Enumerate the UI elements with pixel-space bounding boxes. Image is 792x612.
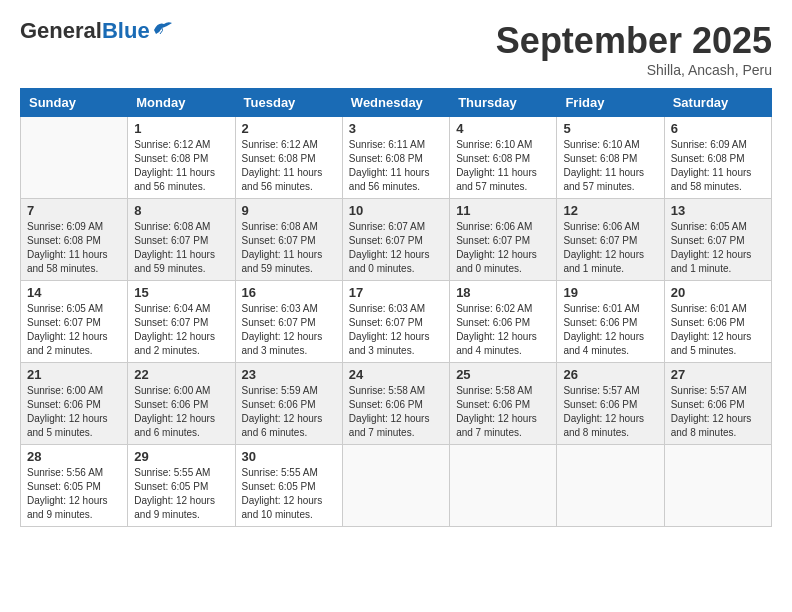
calendar-cell: 20Sunrise: 6:01 AMSunset: 6:06 PMDayligh… xyxy=(664,281,771,363)
calendar-cell: 28Sunrise: 5:56 AMSunset: 6:05 PMDayligh… xyxy=(21,445,128,527)
day-number: 23 xyxy=(242,367,336,382)
day-number: 30 xyxy=(242,449,336,464)
day-info: Sunrise: 6:12 AMSunset: 6:08 PMDaylight:… xyxy=(134,138,228,194)
calendar-cell: 15Sunrise: 6:04 AMSunset: 6:07 PMDayligh… xyxy=(128,281,235,363)
day-info: Sunrise: 5:57 AMSunset: 6:06 PMDaylight:… xyxy=(671,384,765,440)
calendar-cell: 18Sunrise: 6:02 AMSunset: 6:06 PMDayligh… xyxy=(450,281,557,363)
calendar-cell: 4Sunrise: 6:10 AMSunset: 6:08 PMDaylight… xyxy=(450,117,557,199)
day-info: Sunrise: 6:00 AMSunset: 6:06 PMDaylight:… xyxy=(27,384,121,440)
location: Shilla, Ancash, Peru xyxy=(496,62,772,78)
calendar-week-row: 21Sunrise: 6:00 AMSunset: 6:06 PMDayligh… xyxy=(21,363,772,445)
day-number: 26 xyxy=(563,367,657,382)
day-number: 27 xyxy=(671,367,765,382)
day-number: 15 xyxy=(134,285,228,300)
weekday-header: Sunday xyxy=(21,89,128,117)
day-info: Sunrise: 6:05 AMSunset: 6:07 PMDaylight:… xyxy=(27,302,121,358)
calendar-cell: 10Sunrise: 6:07 AMSunset: 6:07 PMDayligh… xyxy=(342,199,449,281)
weekday-header: Tuesday xyxy=(235,89,342,117)
calendar-cell: 13Sunrise: 6:05 AMSunset: 6:07 PMDayligh… xyxy=(664,199,771,281)
day-info: Sunrise: 6:09 AMSunset: 6:08 PMDaylight:… xyxy=(27,220,121,276)
day-number: 10 xyxy=(349,203,443,218)
day-number: 18 xyxy=(456,285,550,300)
calendar-week-row: 7Sunrise: 6:09 AMSunset: 6:08 PMDaylight… xyxy=(21,199,772,281)
calendar-cell: 26Sunrise: 5:57 AMSunset: 6:06 PMDayligh… xyxy=(557,363,664,445)
day-info: Sunrise: 6:07 AMSunset: 6:07 PMDaylight:… xyxy=(349,220,443,276)
day-number: 17 xyxy=(349,285,443,300)
calendar-cell: 9Sunrise: 6:08 AMSunset: 6:07 PMDaylight… xyxy=(235,199,342,281)
day-number: 29 xyxy=(134,449,228,464)
day-info: Sunrise: 6:08 AMSunset: 6:07 PMDaylight:… xyxy=(242,220,336,276)
day-info: Sunrise: 6:11 AMSunset: 6:08 PMDaylight:… xyxy=(349,138,443,194)
calendar-cell: 14Sunrise: 6:05 AMSunset: 6:07 PMDayligh… xyxy=(21,281,128,363)
day-number: 7 xyxy=(27,203,121,218)
calendar-cell: 11Sunrise: 6:06 AMSunset: 6:07 PMDayligh… xyxy=(450,199,557,281)
calendar-cell: 21Sunrise: 6:00 AMSunset: 6:06 PMDayligh… xyxy=(21,363,128,445)
calendar-cell xyxy=(450,445,557,527)
day-info: Sunrise: 5:56 AMSunset: 6:05 PMDaylight:… xyxy=(27,466,121,522)
calendar-cell: 19Sunrise: 6:01 AMSunset: 6:06 PMDayligh… xyxy=(557,281,664,363)
calendar-header-row: SundayMondayTuesdayWednesdayThursdayFrid… xyxy=(21,89,772,117)
calendar-cell: 3Sunrise: 6:11 AMSunset: 6:08 PMDaylight… xyxy=(342,117,449,199)
day-number: 9 xyxy=(242,203,336,218)
page-header: GeneralBlue September 2025 Shilla, Ancas… xyxy=(20,20,772,78)
day-info: Sunrise: 6:01 AMSunset: 6:06 PMDaylight:… xyxy=(563,302,657,358)
month-title: September 2025 xyxy=(496,20,772,62)
day-number: 20 xyxy=(671,285,765,300)
calendar-week-row: 28Sunrise: 5:56 AMSunset: 6:05 PMDayligh… xyxy=(21,445,772,527)
weekday-header: Friday xyxy=(557,89,664,117)
logo-general: General xyxy=(20,18,102,43)
calendar-cell: 23Sunrise: 5:59 AMSunset: 6:06 PMDayligh… xyxy=(235,363,342,445)
day-info: Sunrise: 6:12 AMSunset: 6:08 PMDaylight:… xyxy=(242,138,336,194)
day-info: Sunrise: 6:05 AMSunset: 6:07 PMDaylight:… xyxy=(671,220,765,276)
day-number: 4 xyxy=(456,121,550,136)
day-info: Sunrise: 6:02 AMSunset: 6:06 PMDaylight:… xyxy=(456,302,550,358)
calendar-cell xyxy=(21,117,128,199)
weekday-header: Wednesday xyxy=(342,89,449,117)
day-info: Sunrise: 6:03 AMSunset: 6:07 PMDaylight:… xyxy=(242,302,336,358)
calendar-cell: 16Sunrise: 6:03 AMSunset: 6:07 PMDayligh… xyxy=(235,281,342,363)
calendar-cell: 7Sunrise: 6:09 AMSunset: 6:08 PMDaylight… xyxy=(21,199,128,281)
day-number: 8 xyxy=(134,203,228,218)
title-block: September 2025 Shilla, Ancash, Peru xyxy=(496,20,772,78)
day-info: Sunrise: 6:06 AMSunset: 6:07 PMDaylight:… xyxy=(563,220,657,276)
day-number: 6 xyxy=(671,121,765,136)
weekday-header: Saturday xyxy=(664,89,771,117)
day-number: 19 xyxy=(563,285,657,300)
day-info: Sunrise: 6:08 AMSunset: 6:07 PMDaylight:… xyxy=(134,220,228,276)
day-info: Sunrise: 6:10 AMSunset: 6:08 PMDaylight:… xyxy=(563,138,657,194)
day-info: Sunrise: 6:09 AMSunset: 6:08 PMDaylight:… xyxy=(671,138,765,194)
day-number: 25 xyxy=(456,367,550,382)
day-number: 22 xyxy=(134,367,228,382)
day-number: 5 xyxy=(563,121,657,136)
day-info: Sunrise: 5:55 AMSunset: 6:05 PMDaylight:… xyxy=(242,466,336,522)
bird-icon xyxy=(152,20,174,38)
day-number: 16 xyxy=(242,285,336,300)
calendar-cell: 24Sunrise: 5:58 AMSunset: 6:06 PMDayligh… xyxy=(342,363,449,445)
day-info: Sunrise: 5:57 AMSunset: 6:06 PMDaylight:… xyxy=(563,384,657,440)
day-number: 14 xyxy=(27,285,121,300)
logo: GeneralBlue xyxy=(20,20,174,42)
weekday-header: Monday xyxy=(128,89,235,117)
day-number: 1 xyxy=(134,121,228,136)
calendar-cell: 6Sunrise: 6:09 AMSunset: 6:08 PMDaylight… xyxy=(664,117,771,199)
day-info: Sunrise: 6:03 AMSunset: 6:07 PMDaylight:… xyxy=(349,302,443,358)
weekday-header: Thursday xyxy=(450,89,557,117)
day-info: Sunrise: 5:58 AMSunset: 6:06 PMDaylight:… xyxy=(456,384,550,440)
calendar-cell: 2Sunrise: 6:12 AMSunset: 6:08 PMDaylight… xyxy=(235,117,342,199)
calendar-cell: 30Sunrise: 5:55 AMSunset: 6:05 PMDayligh… xyxy=(235,445,342,527)
calendar-week-row: 1Sunrise: 6:12 AMSunset: 6:08 PMDaylight… xyxy=(21,117,772,199)
calendar-cell: 22Sunrise: 6:00 AMSunset: 6:06 PMDayligh… xyxy=(128,363,235,445)
day-info: Sunrise: 6:10 AMSunset: 6:08 PMDaylight:… xyxy=(456,138,550,194)
day-number: 12 xyxy=(563,203,657,218)
calendar-cell: 25Sunrise: 5:58 AMSunset: 6:06 PMDayligh… xyxy=(450,363,557,445)
calendar-cell: 1Sunrise: 6:12 AMSunset: 6:08 PMDaylight… xyxy=(128,117,235,199)
calendar-cell: 8Sunrise: 6:08 AMSunset: 6:07 PMDaylight… xyxy=(128,199,235,281)
day-info: Sunrise: 6:00 AMSunset: 6:06 PMDaylight:… xyxy=(134,384,228,440)
calendar-cell xyxy=(342,445,449,527)
calendar-cell: 17Sunrise: 6:03 AMSunset: 6:07 PMDayligh… xyxy=(342,281,449,363)
day-info: Sunrise: 5:55 AMSunset: 6:05 PMDaylight:… xyxy=(134,466,228,522)
day-number: 3 xyxy=(349,121,443,136)
day-number: 24 xyxy=(349,367,443,382)
calendar-cell: 12Sunrise: 6:06 AMSunset: 6:07 PMDayligh… xyxy=(557,199,664,281)
day-info: Sunrise: 6:06 AMSunset: 6:07 PMDaylight:… xyxy=(456,220,550,276)
